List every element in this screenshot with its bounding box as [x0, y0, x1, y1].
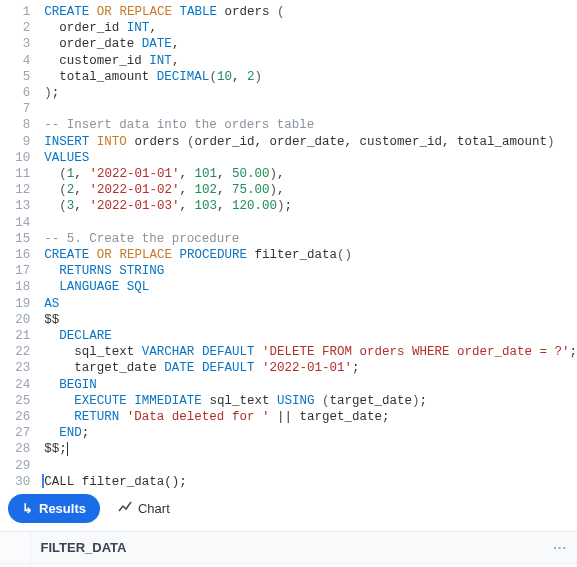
code-line[interactable]: -- 5. Create the procedure: [44, 231, 577, 247]
chart-icon: [118, 500, 132, 517]
code-line[interactable]: $$;: [44, 441, 577, 457]
column-menu-icon[interactable]: ···: [553, 540, 567, 555]
line-number-gutter: 1234567891011121314151617181920212223242…: [0, 0, 44, 488]
row-number-cell: 1: [0, 564, 30, 568]
chart-button[interactable]: Chart: [118, 500, 170, 517]
code-area[interactable]: CREATE OR REPLACE TABLE orders ( order_i…: [44, 0, 577, 488]
results-table: FILTER_DATA ··· 1Data deleted for 2022-0…: [0, 532, 577, 567]
code-line[interactable]: order_id INT,: [44, 20, 577, 36]
code-line[interactable]: RETURN 'Data deleted for ' || target_dat…: [44, 409, 577, 425]
table-body: 1Data deleted for 2022-01-01: [0, 564, 577, 568]
results-button-label: Results: [39, 501, 86, 516]
code-line[interactable]: AS: [44, 296, 577, 312]
code-line[interactable]: [44, 458, 577, 474]
code-line[interactable]: CREATE OR REPLACE TABLE orders (: [44, 4, 577, 20]
column-header[interactable]: FILTER_DATA ···: [30, 532, 577, 564]
table-cell[interactable]: Data deleted for 2022-01-01: [30, 564, 577, 568]
code-line[interactable]: order_date DATE,: [44, 36, 577, 52]
code-line[interactable]: total_amount DECIMAL(10, 2): [44, 69, 577, 85]
code-line[interactable]: CALL filter_data();: [42, 474, 577, 488]
code-line[interactable]: LANGUAGE SQL: [44, 279, 577, 295]
code-line[interactable]: [44, 215, 577, 231]
results-toolbar: ↳ Results Chart: [0, 488, 577, 532]
code-line[interactable]: END;: [44, 425, 577, 441]
code-line[interactable]: -- Insert data into the orders table: [44, 117, 577, 133]
code-line[interactable]: (2, '2022-01-02', 102, 75.00),: [44, 182, 577, 198]
code-line[interactable]: (3, '2022-01-03', 103, 120.00);: [44, 198, 577, 214]
table-row[interactable]: 1Data deleted for 2022-01-01: [0, 564, 577, 568]
code-line[interactable]: VALUES: [44, 150, 577, 166]
row-number-header: [0, 532, 30, 564]
code-line[interactable]: RETURNS STRING: [44, 263, 577, 279]
code-line[interactable]: CREATE OR REPLACE PROCEDURE filter_data(…: [44, 247, 577, 263]
code-line[interactable]: $$: [44, 312, 577, 328]
table-header-row: FILTER_DATA ···: [0, 532, 577, 564]
code-line[interactable]: sql_text VARCHAR DEFAULT 'DELETE FROM or…: [44, 344, 577, 360]
column-header-label: FILTER_DATA: [41, 540, 127, 555]
code-line[interactable]: customer_id INT,: [44, 53, 577, 69]
code-line[interactable]: INSERT INTO orders (order_id, order_date…: [44, 134, 577, 150]
code-line[interactable]: BEGIN: [44, 377, 577, 393]
code-line[interactable]: (1, '2022-01-01', 101, 50.00),: [44, 166, 577, 182]
results-arrow-icon: ↳: [22, 501, 33, 516]
code-line[interactable]: [44, 101, 577, 117]
code-editor[interactable]: 1234567891011121314151617181920212223242…: [0, 0, 577, 488]
results-button[interactable]: ↳ Results: [8, 494, 100, 523]
code-line[interactable]: );: [44, 85, 577, 101]
chart-button-label: Chart: [138, 501, 170, 516]
code-line[interactable]: EXECUTE IMMEDIATE sql_text USING (target…: [44, 393, 577, 409]
code-line[interactable]: DECLARE: [44, 328, 577, 344]
code-line[interactable]: target_date DATE DEFAULT '2022-01-01';: [44, 360, 577, 376]
